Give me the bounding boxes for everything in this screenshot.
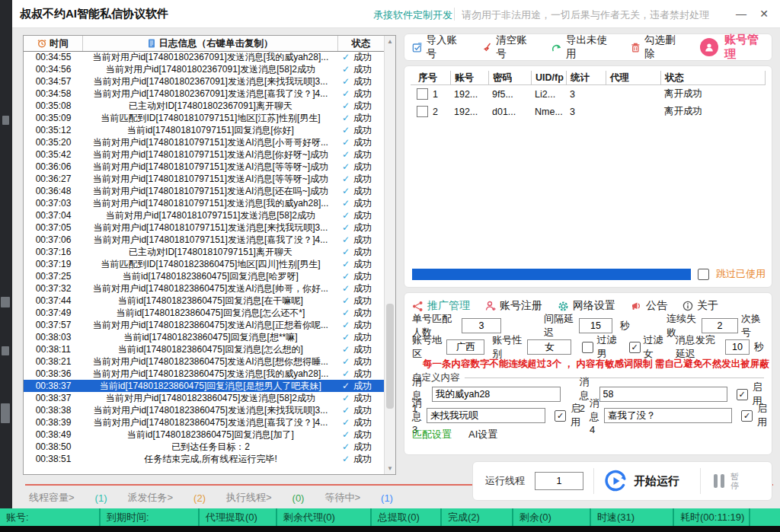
log-message: 当前id[174801823860475]回复消息[想**嘛] (83, 331, 338, 343)
log-row[interactable]: 00:34:57当前对用户id[174801802367091]发送消息[来找我… (24, 75, 384, 88)
col-proxy[interactable]: 代理 (606, 71, 660, 84)
msg1-input[interactable] (432, 387, 561, 402)
log-header-info[interactable]: 日志信息（右键单击复制） (83, 36, 338, 51)
log-row[interactable]: 00:35:12当前id[174801810797151]回复消息[你好]✓成功 (24, 124, 384, 136)
filter-female-checkbox[interactable] (629, 342, 641, 353)
log-row[interactable]: 00:35:42当前对用户id[174801810797151]发送AI消息[你… (24, 148, 384, 161)
fail-count-input[interactable] (702, 318, 738, 333)
msg3-input[interactable] (427, 408, 545, 423)
account-management-button[interactable]: 账号管理 (700, 33, 764, 62)
log-row[interactable]: 00:37:06当前对用户id[174801810797151]发送消息[嘉我了… (24, 234, 384, 246)
log-row[interactable]: 00:38:36当前对用户id[174801823860475]发送消息[我的威… (24, 368, 384, 380)
tab-announcement[interactable]: 公告 (631, 299, 667, 313)
scroll-up-icon[interactable]: ▲ (385, 38, 395, 45)
log-row[interactable]: 00:36:48当前对用户id[174801810797151]发送AI消息[还… (24, 185, 384, 197)
log-row[interactable]: 00:37:16已主动对ID[174801810797151]离开聊天✓成功 (24, 246, 384, 258)
close-button[interactable]: ✕ (756, 6, 772, 21)
log-row[interactable]: 00:38:38当前对用户id[174801823860475]发送消息[来找我… (24, 404, 384, 416)
col-password[interactable]: 密码 (488, 71, 531, 84)
clear-accounts-button[interactable]: 清空账号 (482, 33, 534, 61)
log-row[interactable]: 00:37:57当前对用户id[174801823860475]发送AI消息[正… (24, 319, 384, 331)
region-input[interactable] (446, 339, 484, 355)
check-icon: ✓ (338, 343, 353, 355)
delete-checked-button[interactable]: 勾选删除 (631, 33, 682, 61)
log-row[interactable]: 00:34:55当前对用户id[174801802367091]发送消息[我的威… (24, 51, 384, 63)
import-accounts-button[interactable]: 导入账号 (412, 33, 464, 61)
message-row-1: 消息1 消息2 启用 (412, 384, 764, 405)
msg2-input[interactable] (599, 387, 727, 402)
log-row[interactable]: 00:34:56当前对用户id[174801802367091]发送消息[58]… (24, 63, 384, 75)
log-header-status[interactable]: 状态 (338, 37, 384, 50)
log-status: 成功 (353, 270, 384, 282)
log-row[interactable]: 00:35:09当前匹配到ID[174801810797151]地区[江苏]性别… (24, 112, 384, 124)
log-row[interactable]: 00:37:04当前对用户id[174801810797151]发送消息[58]… (24, 209, 384, 221)
match-count-input[interactable] (462, 318, 501, 333)
scroll-down-icon[interactable]: ▼ (385, 465, 395, 472)
match-settings-link[interactable]: 匹配设置 (412, 428, 452, 441)
ai-settings-link[interactable]: AI设置 (468, 428, 497, 441)
log-row[interactable]: 00:38:49当前id[174801823860475]回复消息[加了]✓成功 (24, 428, 384, 441)
start-run-button[interactable]: 开始运行 (604, 470, 679, 492)
custom-dev-link[interactable]: 承接软件定制开发 (373, 8, 452, 22)
check-icon: ✓ (338, 161, 353, 173)
send-delay-input[interactable] (725, 339, 750, 355)
msg2-enable-checkbox[interactable] (737, 389, 748, 400)
log-header-time[interactable]: 时间 (24, 36, 83, 51)
col-uid[interactable]: UID/fp (531, 71, 566, 84)
log-row[interactable]: 00:38:50已到达任务目标：2✓成功 (24, 441, 384, 453)
col-account[interactable]: 账号 (450, 71, 488, 84)
log-row[interactable]: 00:36:27当前对用户id[174801810797151]发送AI消息[等… (24, 173, 384, 185)
log-row[interactable]: 00:38:51任务结束完成,所有线程运行完毕!✓成功 (24, 453, 384, 465)
check-icon: ✓ (338, 441, 353, 453)
minimize-button[interactable]: — (733, 6, 750, 21)
tab-network[interactable]: 网络设置 (558, 299, 615, 313)
divider (593, 468, 594, 494)
cell-password: 9f5... (488, 89, 531, 100)
log-row[interactable]: 00:37:32当前对用户id[174801823860475]发送AI消息[帅… (24, 282, 384, 295)
col-stat[interactable]: 统计 (566, 71, 606, 84)
thread-status-row: 线程容量>(1)派发任务>(2)执行线程>(0)等待中>(1) (23, 489, 399, 507)
tab-register[interactable]: 账号注册 (485, 299, 542, 313)
tab-about[interactable]: 关于 (682, 299, 718, 313)
check-icon: ✓ (338, 404, 353, 416)
msg4-enable-checkbox[interactable] (741, 410, 753, 422)
col-status[interactable]: 状态 (660, 71, 766, 84)
check-icon: ✓ (338, 331, 353, 343)
log-row[interactable]: 00:35:08已主动对ID[174801802367091]离开聊天✓成功 (24, 100, 384, 112)
msg3-enable-checkbox[interactable] (555, 410, 566, 422)
tab-promotion[interactable]: 推广管理 (412, 299, 470, 313)
log-row[interactable]: 00:38:39当前对用户id[174801823860475]发送消息[嘉我了… (24, 416, 384, 428)
filter-male-checkbox[interactable] (582, 342, 593, 353)
log-row[interactable]: 00:37:03当前对用户id[174801810797151]发送消息[我的威… (24, 197, 384, 209)
log-time: 00:34:55 (24, 51, 83, 63)
log-row[interactable]: 00:38:03当前id[174801823860475]回复消息[想**嘛]✓… (24, 331, 384, 343)
log-row[interactable]: 00:38:21当前对用户id[174801823860475]发送AI消息[想… (24, 355, 384, 368)
log-row[interactable]: 00:36:06当前对用户id[174801810797151]发送AI消息[等… (24, 161, 384, 173)
log-row[interactable]: 00:38:37当前对用户id[174801823860475]发送消息[58]… (24, 392, 384, 404)
log-row[interactable]: 00:35:20当前对用户id[174801810797151]发送AI消息[小… (24, 136, 384, 148)
check-icon: ✓ (338, 258, 353, 270)
row-checkbox[interactable] (417, 106, 428, 117)
log-row[interactable]: 00:37:25当前id[174801823860475]回复消息[哈罗呀]✓成… (24, 270, 384, 282)
cell-seq: 2 (433, 107, 450, 117)
row-checkbox[interactable] (417, 88, 428, 100)
table-row[interactable]: 2192...d01...Nme...3离开成功 (411, 103, 766, 120)
export-unused-button[interactable]: 导出未使用 (551, 33, 612, 61)
skip-used-checkbox[interactable] (698, 269, 709, 280)
col-seq[interactable]: 序号 (411, 71, 450, 84)
msg4-input[interactable] (604, 408, 732, 423)
log-scrollbar[interactable]: ▲ ▼ (384, 36, 395, 474)
log-row[interactable]: 00:37:49当前id[174801823860475]回复消息[怎么还不*]… (24, 307, 384, 319)
log-row[interactable]: 00:37:44当前id[174801823860475]回复消息[在干嘛呢]✓… (24, 295, 384, 307)
run-threads-input[interactable] (535, 472, 583, 490)
pause-button[interactable]: 暂 停 (714, 472, 739, 490)
log-row[interactable]: 00:37:05当前对用户id[174801810797151]发送消息[来找我… (24, 221, 384, 234)
table-row[interactable]: 1192...9f5...Li2...3离开成功 (411, 85, 766, 103)
log-row[interactable]: 00:38:11当前id[174801823860475]回复消息[怎么想的]✓… (24, 343, 384, 355)
interval-input[interactable] (579, 318, 612, 333)
log-row[interactable]: 00:38:37当前id[174801823860475]回复消息[是想男人了吧… (24, 380, 384, 392)
gender-input[interactable] (527, 339, 571, 355)
log-row[interactable]: 00:37:19当前匹配到ID[174801823860475]地区[四川]性别… (24, 258, 384, 270)
scroll-thumb[interactable] (386, 304, 394, 409)
log-row[interactable]: 00:34:58当前对用户id[174801802367091]发送消息[嘉我了… (24, 88, 384, 100)
